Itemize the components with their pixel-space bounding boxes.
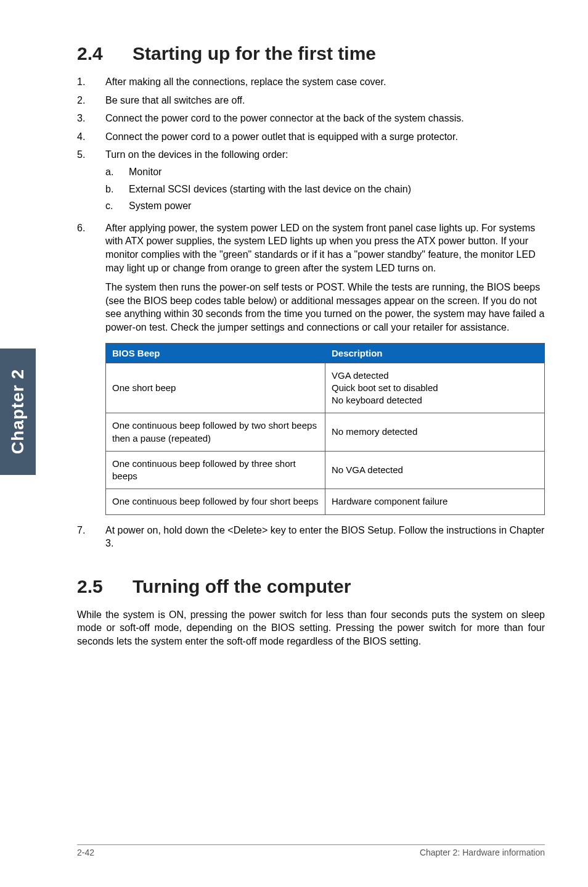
table-row: One short beep VGA detected Quick boot s… — [106, 363, 545, 413]
list-item: 2. Be sure that all switches are off. — [77, 94, 545, 107]
substep-text: External SCSI devices (starting with the… — [129, 183, 545, 196]
page-footer: 2-42 Chapter 2: Hardware information — [0, 844, 588, 857]
table-cell: VGA detected Quick boot set to disabled … — [325, 363, 545, 413]
table-cell: One continuous beep followed by four sho… — [106, 489, 325, 514]
table-header-description: Description — [325, 343, 545, 363]
table-row: One continuous beep followed by four sho… — [106, 489, 545, 514]
table-cell: One short beep — [106, 363, 325, 413]
bios-beep-table: BIOS Beep Description One short beep VGA… — [105, 343, 545, 515]
substep-text: Monitor — [129, 165, 545, 179]
table-header-row: BIOS Beep Description — [106, 343, 545, 363]
table-cell: No VGA detected — [325, 451, 545, 489]
list-item: 7. At power on, hold down the <Delete> k… — [77, 524, 545, 550]
list-item: c. System power — [105, 199, 545, 213]
step-text: At power on, hold down the <Delete> key … — [105, 524, 545, 550]
table-row: One continuous beep followed by three sh… — [106, 451, 545, 489]
table-cell: No memory detected — [325, 413, 545, 452]
substeps: a. Monitor b. External SCSI devices (sta… — [105, 165, 545, 213]
table-header-bios-beep: BIOS Beep — [106, 343, 325, 363]
chapter-side-tab: Chapter 2 — [0, 349, 36, 475]
section-2-4-title: Starting up for the first time — [133, 43, 376, 64]
step-text: Connect the power cord to the power conn… — [105, 112, 545, 125]
list-item: 3. Connect the power cord to the power c… — [77, 112, 545, 125]
section-2-4-heading: 2.4Starting up for the first time — [77, 43, 545, 64]
substep-letter: c. — [105, 199, 129, 213]
footer-chapter-label: Chapter 2: Hardware information — [420, 848, 545, 857]
cell-text: VGA detected Quick boot set to disabled … — [332, 370, 438, 406]
substep-text: System power — [129, 199, 545, 213]
step-text: After making all the connections, replac… — [105, 75, 545, 89]
step-number: 4. — [77, 130, 105, 144]
list-item: 5. Turn on the devices in the following … — [77, 148, 545, 216]
table-cell: One continuous beep followed by two shor… — [106, 413, 325, 452]
list-item: 4. Connect the power cord to a power out… — [77, 130, 545, 144]
list-item: 6. After applying power, the system powe… — [77, 221, 545, 334]
footer-divider — [77, 844, 545, 845]
section-2-5-title: Turning off the computer — [133, 576, 351, 596]
section-2-5: 2.5Turning off the computer While the sy… — [77, 576, 545, 648]
step-text: Turn on the devices in the following ord… — [105, 149, 288, 160]
step-number: 3. — [77, 112, 105, 125]
step-text: Connect the power cord to a power outlet… — [105, 130, 545, 144]
page: Chapter 2 2.4Starting up for the first t… — [0, 0, 588, 887]
step-number: 2. — [77, 94, 105, 107]
step-body: After applying power, the system power L… — [105, 221, 545, 334]
step-text: Be sure that all switches are off. — [105, 94, 545, 107]
section-2-5-body: While the system is ON, pressing the pow… — [77, 608, 545, 648]
page-number: 2-42 — [77, 848, 94, 857]
section-2-4-step-7: 7. At power on, hold down the <Delete> k… — [77, 524, 545, 550]
step-6-paragraph-2: The system then runs the power-on self t… — [105, 281, 545, 334]
table-cell: Hardware component failure — [325, 489, 545, 514]
list-item: 1. After making all the connections, rep… — [77, 75, 545, 89]
step-number: 5. — [77, 148, 105, 216]
section-2-4-number: 2.4 — [77, 43, 133, 64]
section-2-5-number: 2.5 — [77, 576, 133, 597]
footer-row: 2-42 Chapter 2: Hardware information — [77, 848, 545, 857]
substep-letter: b. — [105, 183, 129, 196]
list-item: a. Monitor — [105, 165, 545, 179]
step-number: 6. — [77, 221, 105, 334]
chapter-side-tab-label: Chapter 2 — [8, 369, 28, 454]
section-2-5-heading: 2.5Turning off the computer — [77, 576, 545, 597]
table-cell: One continuous beep followed by three sh… — [106, 451, 325, 489]
list-item: b. External SCSI devices (starting with … — [105, 183, 545, 196]
step-number: 7. — [77, 524, 105, 550]
step-number: 1. — [77, 75, 105, 89]
step-body: Turn on the devices in the following ord… — [105, 148, 545, 216]
step-text: After applying power, the system power L… — [105, 223, 536, 273]
section-2-4-steps: 1. After making all the connections, rep… — [77, 75, 545, 334]
substep-letter: a. — [105, 165, 129, 179]
bios-beep-block: BIOS Beep Description One short beep VGA… — [77, 343, 545, 515]
table-row: One continuous beep followed by two shor… — [106, 413, 545, 452]
